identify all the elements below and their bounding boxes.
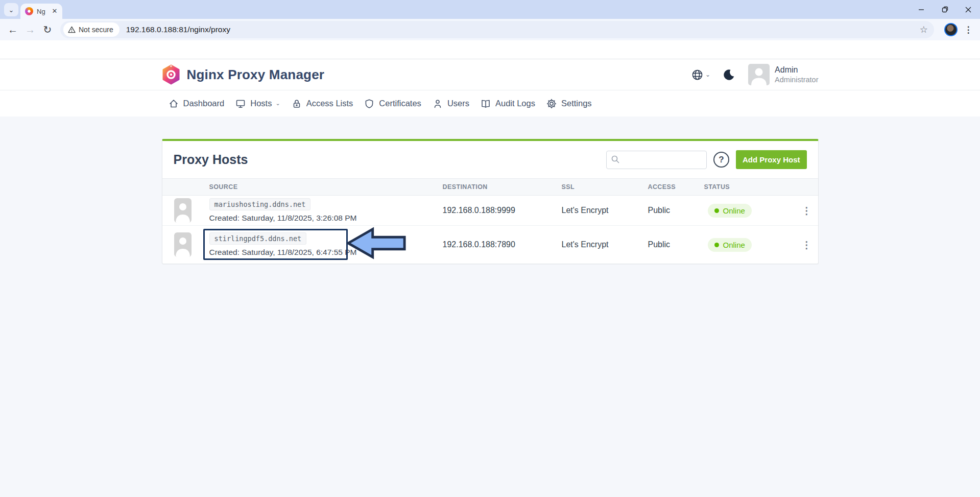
address-bar[interactable]: Not secure 192.168.0.188:81/nginx/proxy … <box>60 21 934 38</box>
browser-titlebar: ⌄ Ng ✕ <box>0 0 980 19</box>
status-label: Online <box>723 206 745 215</box>
row-menu-button[interactable]: ⋮ <box>798 237 816 253</box>
nav-item-certificates[interactable]: Certificates <box>358 93 427 114</box>
reload-button[interactable]: ↻ <box>39 21 56 38</box>
not-secure-chip[interactable]: Not secure <box>63 22 119 37</box>
online-dot-icon <box>714 208 719 213</box>
search-box <box>606 151 707 169</box>
status-badge: Online <box>708 238 752 252</box>
nav-item-audit-logs[interactable]: Audit Logs <box>475 93 541 114</box>
url-text: 192.168.0.188:81/nginx/proxy <box>126 25 920 34</box>
access-cell: Public <box>648 240 704 249</box>
nav-label: Settings <box>561 99 592 108</box>
column-destination: DESTINATION <box>443 183 562 191</box>
table-row: mariushosting.ddns.net Created: Saturday… <box>162 196 818 226</box>
search-input[interactable] <box>606 151 707 169</box>
table-header: SOURCE DESTINATION SSL ACCESS STATUS <box>162 178 818 196</box>
question-icon: ? <box>719 155 724 165</box>
add-proxy-host-button[interactable]: Add Proxy Host <box>736 150 807 169</box>
ssl-cell: Let's Encrypt <box>562 206 648 215</box>
language-button[interactable]: ⌄ <box>691 69 710 81</box>
nav-label: Hosts <box>250 99 272 108</box>
column-ssl: SSL <box>562 183 648 191</box>
forward-button[interactable]: → <box>21 21 39 38</box>
header-right: ⌄ Admin Admin <box>691 64 818 85</box>
browser-tab[interactable]: Ng ✕ <box>20 4 62 19</box>
page-title: Proxy Hosts <box>174 152 248 167</box>
status-cell: Online <box>704 238 796 252</box>
bookmarks-bar <box>0 40 980 59</box>
ssl-cell: Let's Encrypt <box>562 240 648 249</box>
bookmark-star-icon[interactable]: ☆ <box>920 24 928 35</box>
browser-toolbar: ← → ↻ Not secure 192.168.0.188:81/nginx/… <box>0 19 980 40</box>
kebab-icon: ⋮ <box>964 25 973 35</box>
back-button[interactable]: ← <box>4 21 21 38</box>
window-close-button[interactable] <box>957 0 980 19</box>
chevron-down-icon: ⌄ <box>705 71 710 78</box>
npm-header: Nginx Proxy Manager ⌄ <box>0 59 980 90</box>
user-block: Admin Administrator <box>775 65 818 84</box>
browser-menu-button[interactable]: ⋮ <box>961 22 976 37</box>
status-cell: Online <box>704 204 796 218</box>
moon-icon <box>723 68 735 81</box>
home-icon <box>169 99 179 109</box>
nav-item-hosts[interactable]: Hosts ⌄ <box>230 93 285 114</box>
monitor-icon <box>235 99 246 109</box>
online-dot-icon <box>714 243 719 247</box>
warning-icon <box>68 26 76 33</box>
forward-icon: → <box>25 24 35 36</box>
user-name: Admin <box>775 65 818 75</box>
nav-label: Certificates <box>379 99 421 108</box>
kebab-icon: ⋮ <box>802 240 811 250</box>
help-button[interactable]: ? <box>713 152 729 168</box>
row-avatar-cell <box>162 198 209 223</box>
minimize-icon <box>918 7 924 13</box>
npm-logo-icon <box>162 64 180 85</box>
column-access: ACCESS <box>648 183 704 191</box>
source-cell: stirlingpdf5.ddns.net Created: Saturday,… <box>209 232 443 257</box>
card-tools: ? Add Proxy Host <box>606 150 807 169</box>
window-controls <box>910 0 980 19</box>
globe-icon <box>691 69 703 81</box>
window-restore-button[interactable] <box>933 0 957 19</box>
screen: ⌄ Ng ✕ ← → ↻ <box>0 0 980 497</box>
card-header: Proxy Hosts ? Add Proxy Host <box>162 141 818 178</box>
shield-icon <box>364 99 374 109</box>
chevron-down-icon: ⌄ <box>9 6 14 14</box>
restore-icon <box>942 6 948 13</box>
host-avatar <box>174 198 192 223</box>
back-icon: ← <box>8 24 18 36</box>
browser-profile-avatar[interactable] <box>944 23 958 36</box>
book-icon <box>481 99 491 109</box>
source-domain: mariushosting.ddns.net <box>209 198 311 210</box>
destination-cell: 192.168.0.188:9999 <box>443 206 562 215</box>
user-icon <box>433 99 443 109</box>
nav-item-users[interactable]: Users <box>427 93 475 114</box>
table-row: stirlingpdf5.ddns.net Created: Saturday,… <box>162 226 818 264</box>
row-menu-button[interactable]: ⋮ <box>798 203 816 219</box>
status-label: Online <box>723 241 745 249</box>
app-title: Nginx Proxy Manager <box>187 67 325 83</box>
nav-item-access-lists[interactable]: Access Lists <box>286 93 359 114</box>
not-secure-label: Not secure <box>79 26 113 34</box>
nav-item-dashboard[interactable]: Dashboard <box>163 93 230 114</box>
tab-close-icon[interactable]: ✕ <box>51 7 59 15</box>
npm-page: Nginx Proxy Manager ⌄ <box>0 59 980 497</box>
nav-item-settings[interactable]: Settings <box>541 93 597 114</box>
npm-nav: Dashboard Hosts ⌄ Access Lists Certifica… <box>0 90 980 116</box>
lock-icon <box>292 99 302 109</box>
created-text: Created: Saturday, 11/8/2025, 6:47:55 PM <box>209 248 357 257</box>
tab-search-button[interactable]: ⌄ <box>4 3 18 16</box>
created-text: Created: Saturday, 11/8/2025, 3:26:08 PM <box>209 214 357 223</box>
user-avatar[interactable] <box>748 64 770 85</box>
tab-title: Ng <box>37 8 51 15</box>
gear-icon <box>546 99 557 109</box>
nav-label: Audit Logs <box>495 99 535 108</box>
row-avatar-cell <box>162 232 209 257</box>
dark-mode-button[interactable] <box>723 68 735 81</box>
nav-label: Users <box>447 99 469 108</box>
nav-label: Dashboard <box>183 99 225 108</box>
source-cell: mariushosting.ddns.net Created: Saturday… <box>209 198 443 223</box>
chevron-down-icon: ⌄ <box>275 100 280 107</box>
window-minimize-button[interactable] <box>910 0 933 19</box>
